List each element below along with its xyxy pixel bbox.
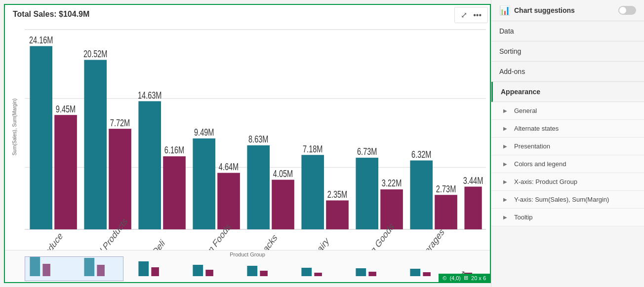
svg-rect-10 bbox=[54, 115, 77, 229]
panel-subsection-alternate-states[interactable]: ▶ Alternate states bbox=[491, 120, 644, 138]
svg-rect-13 bbox=[84, 60, 107, 229]
chart-suggestions-toggle[interactable] bbox=[618, 6, 636, 15]
right-panel: 📊 Chart suggestions Data Sorting Add-ons… bbox=[491, 0, 644, 287]
svg-text:Deli: Deli bbox=[151, 237, 166, 250]
more-options-button[interactable]: ••• bbox=[471, 10, 483, 21]
panel-subsection-tooltip[interactable]: ▶ Tooltip bbox=[491, 209, 644, 226]
svg-text:9.45M: 9.45M bbox=[56, 103, 76, 114]
svg-rect-23 bbox=[193, 139, 215, 229]
svg-text:2.35M: 2.35M bbox=[327, 189, 347, 200]
y-axis-label: Sum(Sales), Sum(Margin) bbox=[5, 19, 25, 235]
subsection-tooltip-label: Tooltip bbox=[514, 214, 533, 221]
svg-rect-33 bbox=[301, 155, 324, 229]
panel-section-appearance[interactable]: Appearance bbox=[491, 82, 644, 102]
chart-suggestions-icon: 📊 bbox=[499, 5, 510, 16]
chart-title: Total Sales: $104.9M bbox=[5, 5, 490, 19]
svg-rect-55 bbox=[151, 267, 159, 276]
svg-rect-65 bbox=[423, 272, 431, 276]
chevron-right-icon: ▶ bbox=[503, 144, 507, 149]
svg-text:4.05M: 4.05M bbox=[273, 168, 293, 179]
svg-rect-38 bbox=[356, 158, 378, 229]
svg-rect-8 bbox=[30, 46, 52, 229]
svg-rect-18 bbox=[138, 101, 161, 229]
svg-rect-25 bbox=[217, 173, 240, 230]
svg-text:3.44M: 3.44M bbox=[463, 175, 483, 186]
panel-section-appearance-label: Appearance bbox=[501, 88, 540, 96]
panel-section-addons-label: Add-ons bbox=[499, 68, 525, 75]
svg-rect-20 bbox=[163, 156, 186, 229]
svg-rect-35 bbox=[326, 200, 349, 229]
svg-text:Dairy: Dairy bbox=[312, 234, 331, 250]
svg-rect-59 bbox=[260, 271, 268, 276]
panel-section-data[interactable]: Data bbox=[491, 21, 644, 41]
subsection-x-axis-label: X-axis: Product Group bbox=[514, 178, 577, 185]
svg-rect-45 bbox=[435, 195, 457, 229]
chevron-right-icon: ▶ bbox=[503, 179, 507, 184]
chevron-right-icon: ▶ bbox=[503, 126, 507, 131]
chevron-right-icon: ▶ bbox=[503, 108, 507, 113]
svg-rect-64 bbox=[410, 269, 420, 276]
svg-text:9.49M: 9.49M bbox=[194, 127, 214, 138]
panel-section-data-label: Data bbox=[499, 27, 514, 35]
bar-chart: 30M 20M 10M 0 24.16M 9.45M Produce 20.52… bbox=[25, 23, 486, 250]
panel-subsection-y-axis[interactable]: ▶ Y-axis: Sum(Sales), Sum(Margin) bbox=[491, 191, 644, 209]
panel-subsection-x-axis[interactable]: ▶ X-axis: Product Group bbox=[491, 173, 644, 191]
svg-rect-61 bbox=[314, 273, 322, 276]
status-grid-icon: ⊞ bbox=[464, 275, 468, 281]
svg-rect-43 bbox=[410, 160, 433, 229]
expand-button[interactable]: ⤢ bbox=[459, 9, 469, 21]
panel-subsection-general[interactable]: ▶ General bbox=[491, 102, 644, 120]
svg-text:Produce: Produce bbox=[38, 230, 64, 250]
svg-rect-62 bbox=[356, 268, 366, 276]
svg-rect-63 bbox=[368, 272, 376, 276]
svg-text:6.16M: 6.16M bbox=[164, 144, 184, 156]
subsection-y-axis-label: Y-axis: Sum(Sales), Sum(Margin) bbox=[514, 196, 609, 203]
chevron-right-icon: ▶ bbox=[503, 197, 507, 202]
svg-text:6.32M: 6.32M bbox=[411, 149, 431, 160]
chart-container: ⤢ ••• Total Sales: $104.9M Sum(Sales), S… bbox=[4, 4, 491, 283]
panel-section-sorting[interactable]: Sorting bbox=[491, 41, 644, 62]
panel-section-addons[interactable]: Add-ons bbox=[491, 62, 644, 82]
subsection-alternate-states-label: Alternate states bbox=[514, 125, 559, 132]
svg-text:14.63M: 14.63M bbox=[138, 90, 161, 101]
subsection-colors-legend-label: Colors and legend bbox=[514, 160, 566, 168]
svg-text:6.73M: 6.73M bbox=[357, 146, 377, 157]
svg-text:20.52M: 20.52M bbox=[83, 48, 107, 60]
panel-subsection-colors-legend[interactable]: ▶ Colors and legend bbox=[491, 155, 644, 173]
status-bar: © (4,0) ⊞ 20 x 6 bbox=[439, 274, 490, 282]
svg-rect-56 bbox=[193, 265, 203, 276]
chart-toolbar: ⤢ ••• bbox=[454, 7, 488, 23]
subsection-presentation-label: Presentation bbox=[514, 143, 550, 150]
status-copyright: © bbox=[443, 275, 446, 281]
svg-rect-30 bbox=[272, 180, 294, 230]
panel-header-title: Chart suggestions bbox=[514, 6, 614, 14]
svg-rect-57 bbox=[205, 270, 213, 276]
svg-text:3.22M: 3.22M bbox=[382, 178, 402, 189]
panel-subsection-presentation[interactable]: ▶ Presentation bbox=[491, 138, 644, 155]
svg-text:4.64M: 4.64M bbox=[219, 161, 239, 173]
svg-text:2.73M: 2.73M bbox=[436, 183, 456, 194]
svg-rect-58 bbox=[247, 266, 257, 276]
svg-text:8.63M: 8.63M bbox=[248, 134, 268, 145]
y-axis-text: Sum(Sales), Sum(Margin) bbox=[12, 99, 18, 156]
svg-text:24.16M: 24.16M bbox=[29, 35, 53, 46]
subsection-general-label: General bbox=[514, 107, 537, 114]
mini-chart[interactable]: Product Group ↗ bbox=[5, 250, 490, 282]
svg-rect-48 bbox=[464, 186, 482, 229]
svg-text:Snacks: Snacks bbox=[255, 231, 279, 250]
mini-chart-label: Product Group bbox=[230, 251, 265, 257]
svg-rect-15 bbox=[109, 129, 131, 229]
chevron-right-icon: ▶ bbox=[503, 161, 507, 167]
status-position: (4,0) bbox=[449, 275, 461, 281]
svg-rect-60 bbox=[301, 268, 312, 276]
panel-section-sorting-label: Sorting bbox=[499, 47, 521, 55]
chart-main: Sum(Sales), Sum(Margin) 30M 20M 10M 0 24… bbox=[5, 19, 490, 250]
svg-rect-28 bbox=[247, 145, 270, 229]
chevron-right-icon: ▶ bbox=[503, 215, 507, 220]
svg-rect-40 bbox=[380, 189, 403, 229]
svg-text:7.72M: 7.72M bbox=[110, 117, 130, 128]
mini-chart-highlight bbox=[25, 256, 123, 281]
svg-text:7.18M: 7.18M bbox=[303, 143, 322, 154]
svg-rect-54 bbox=[138, 261, 149, 276]
status-dimensions: 20 x 6 bbox=[471, 275, 486, 281]
